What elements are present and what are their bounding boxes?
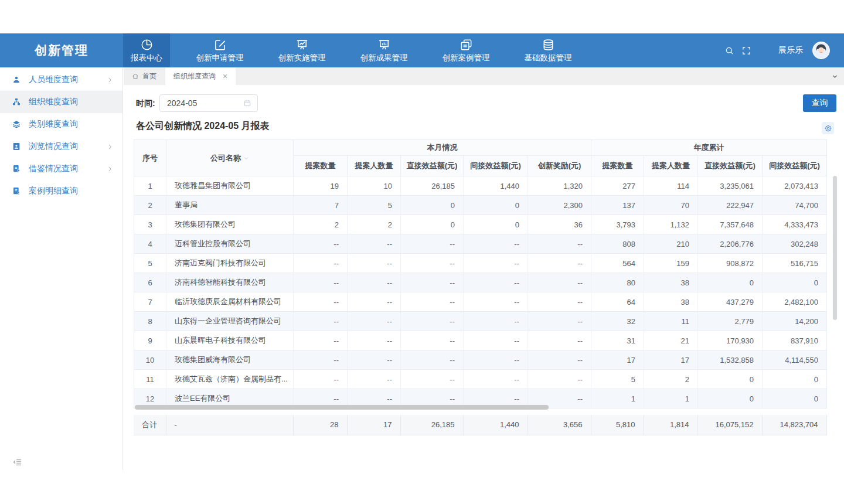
report-table: 序号 公司名称 本月情况 年度累计 提案数量提案人数量直接效益额(元)间接效益额… xyxy=(134,139,826,408)
sidebar-item-label: 浏览情况查询 xyxy=(29,141,78,152)
total-cell: 合计 xyxy=(134,415,166,435)
table-cell: 董事局 xyxy=(166,196,294,215)
collapse-sidebar-icon[interactable] xyxy=(12,457,22,467)
sidebar-item[interactable]: 案例明细查询 xyxy=(0,180,122,202)
top-right-tools: 展乐乐 xyxy=(724,33,844,67)
table-cell: 26,185 xyxy=(401,176,464,196)
table-cell: 7,357,648 xyxy=(698,215,763,234)
table-cell: -- xyxy=(464,292,528,312)
table-cell: 7 xyxy=(294,196,348,215)
table-cell: -- xyxy=(528,234,591,254)
table-cell: 玫德艾瓦兹（济南）金属制品有... xyxy=(166,370,294,389)
table-cell: 1,440 xyxy=(464,176,528,196)
user-name[interactable]: 展乐乐 xyxy=(778,45,803,56)
table-cell: -- xyxy=(294,350,348,370)
chevron-right-icon xyxy=(107,144,113,150)
table-cell: -- xyxy=(528,273,591,292)
fullscreen-icon[interactable] xyxy=(741,46,751,56)
table-cell: 564 xyxy=(591,254,644,273)
table-row: 11玫德艾瓦兹（济南）金属制品有...----------5200 xyxy=(134,370,827,389)
settings-gear-icon[interactable] xyxy=(822,122,834,134)
browse-icon xyxy=(12,142,21,151)
table-cell: 5 xyxy=(134,254,166,273)
table-cell: 3,235,061 xyxy=(698,176,763,196)
time-label: 时间: xyxy=(136,98,155,109)
org-chart-icon xyxy=(12,97,21,107)
topnav-item[interactable]: 创新实施管理 xyxy=(270,33,334,67)
col-header-company[interactable]: 公司名称 xyxy=(166,140,294,176)
table-cell: -- xyxy=(294,273,348,292)
table-cell: 8 xyxy=(134,312,166,331)
table-cell: 2,482,100 xyxy=(763,292,827,312)
case-detail-icon xyxy=(12,186,21,196)
tab-dropdown-icon[interactable] xyxy=(832,73,838,80)
table-cell: 4,114,550 xyxy=(763,350,827,370)
table-cell: 2 xyxy=(134,196,166,215)
tab-active[interactable]: 组织维度查询 × xyxy=(165,67,236,85)
top-navbar: 创新管理 报表中心 创新申请管理 创新实施管理 创新成果管理 创新案例管理 基础… xyxy=(0,33,844,67)
sidebar-item[interactable]: 组织维度查询 xyxy=(0,91,122,113)
topnav-item[interactable]: 创新成果管理 xyxy=(352,33,416,67)
col-header-index: 序号 xyxy=(134,140,166,176)
topnav-item[interactable]: 创新案例管理 xyxy=(434,33,498,67)
topnav-item-label: 基础数据管理 xyxy=(525,53,572,63)
table-row: 8山东得一企业管理咨询有限公司----------32112,77914,200 xyxy=(134,312,827,331)
sidebar: 人员维度查询 组织维度查询 类别维度查询 浏览情况查询 借鉴情况查询 案例明细查… xyxy=(0,67,123,470)
page: 创新管理 报表中心 创新申请管理 创新实施管理 创新成果管理 创新案例管理 基础… xyxy=(0,0,844,504)
edit-icon xyxy=(213,38,227,52)
table-cell: 17 xyxy=(591,350,644,370)
table-cell: 玫德集团威海有限公司 xyxy=(166,350,294,370)
table-cell: 302,248 xyxy=(763,234,827,254)
query-button[interactable]: 查询 xyxy=(803,94,836,112)
time-input[interactable]: 2024-05 xyxy=(159,94,258,112)
sidebar-item[interactable]: 人员维度查询 xyxy=(0,69,122,91)
total-cell: 17 xyxy=(347,415,400,435)
table-cell: -- xyxy=(464,331,528,350)
tab-label: 首页 xyxy=(142,71,156,81)
table-cell: 31 xyxy=(591,331,644,350)
table-cell: -- xyxy=(528,350,591,370)
total-row: 合计-281726,1851,4403,6565,8101,81416,075,… xyxy=(134,415,826,435)
table-cell: 808 xyxy=(591,234,644,254)
close-tab-icon[interactable]: × xyxy=(223,72,227,80)
table-cell: 114 xyxy=(644,176,698,196)
topnav-item[interactable]: 报表中心 xyxy=(123,33,170,67)
horizontal-scrollbar[interactable] xyxy=(135,405,549,410)
table-cell: -- xyxy=(464,273,528,292)
home-icon xyxy=(132,73,139,80)
sidebar-item[interactable]: 借鉴情况查询 xyxy=(0,158,122,180)
table-cell: 170,930 xyxy=(698,331,763,350)
col-header: 创新奖励(元) xyxy=(528,156,591,176)
table-cell: 64 xyxy=(591,292,644,312)
topnav-item-label: 创新申请管理 xyxy=(196,53,244,63)
sidebar-item[interactable]: 类别维度查询 xyxy=(0,113,122,135)
tab-home[interactable]: 首页 xyxy=(124,67,165,85)
tab-list: 首页 组织维度查询 × xyxy=(124,67,236,85)
table-cell: -- xyxy=(464,254,528,273)
total-cell: 16,075,152 xyxy=(697,415,762,435)
topnav-item[interactable]: 创新申请管理 xyxy=(188,33,252,67)
table-cell: -- xyxy=(294,254,348,273)
avatar[interactable] xyxy=(812,42,830,59)
total-cell: 14,823,704 xyxy=(762,415,826,435)
vertical-scrollbar[interactable] xyxy=(833,176,837,320)
table-cell: 0 xyxy=(698,389,763,408)
total-cell: 5,810 xyxy=(591,415,644,435)
col-header: 提案数量 xyxy=(591,156,644,176)
sidebar-item[interactable]: 浏览情况查询 xyxy=(0,135,122,158)
table-cell: -- xyxy=(348,292,401,312)
topnav-item[interactable]: 基础数据管理 xyxy=(516,33,580,67)
search-icon[interactable] xyxy=(724,46,734,56)
table-cell: -- xyxy=(401,331,464,350)
topnav-item-label: 创新实施管理 xyxy=(278,53,326,63)
table-cell: -- xyxy=(348,273,401,292)
table-cell: -- xyxy=(401,273,464,292)
table-cell: 4 xyxy=(134,234,166,254)
table-cell: -- xyxy=(528,370,591,389)
table-cell: 277 xyxy=(591,176,644,196)
table-cell: -- xyxy=(294,234,348,254)
table-cell: -- xyxy=(528,292,591,312)
table-cell: -- xyxy=(464,234,528,254)
table-cell: 0 xyxy=(401,196,464,215)
table-cell: -- xyxy=(401,370,464,389)
